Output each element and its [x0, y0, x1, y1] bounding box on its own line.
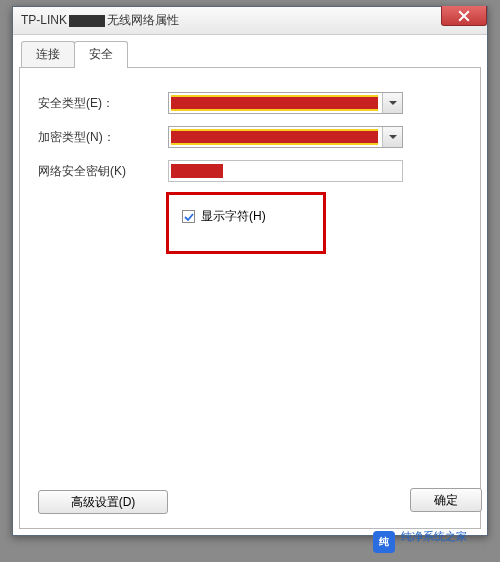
security-type-value-redacted [171, 95, 378, 111]
window-body: 连接 安全 安全类型(E)： 加密类型(N)： [13, 35, 487, 535]
check-icon [184, 212, 194, 222]
row-security-type: 安全类型(E)： [38, 92, 462, 114]
titlebar: TP-LINK无线网络属性 [13, 7, 487, 35]
network-key-input[interactable] [168, 160, 403, 182]
ok-button[interactable]: 确定 [410, 488, 482, 512]
watermark-url: www.kzmyhome.com [401, 543, 486, 554]
label-network-key: 网络安全密钥(K) [38, 163, 168, 180]
advanced-settings-button[interactable]: 高级设置(D) [38, 490, 168, 514]
title-redacted [69, 15, 105, 27]
encryption-type-dropdown[interactable] [168, 126, 403, 148]
tab-security[interactable]: 安全 [74, 41, 128, 68]
close-icon [458, 10, 470, 22]
close-button[interactable] [441, 6, 487, 26]
chevron-down-icon[interactable] [382, 127, 402, 147]
watermark-name: 纯净系统之家 [401, 530, 486, 543]
dialog-footer: 确定 [410, 488, 482, 512]
show-characters-label: 显示字符(H) [201, 208, 266, 225]
tab-content-security: 安全类型(E)： 加密类型(N)： 网络安全 [19, 68, 481, 529]
network-key-value-redacted [171, 164, 223, 178]
row-network-key: 网络安全密钥(K) [38, 160, 462, 182]
window-title: TP-LINK无线网络属性 [21, 12, 179, 29]
show-characters-checkbox[interactable] [182, 210, 195, 223]
watermark-logo-icon: 纯 [373, 531, 395, 553]
label-security-type: 安全类型(E)： [38, 95, 168, 112]
title-suffix: 无线网络属性 [107, 13, 179, 27]
tab-bar: 连接 安全 [19, 41, 481, 68]
watermark: 纯 纯净系统之家 www.kzmyhome.com [373, 530, 486, 554]
security-type-dropdown[interactable] [168, 92, 403, 114]
label-encryption-type: 加密类型(N)： [38, 129, 168, 146]
encryption-type-value-redacted [171, 129, 378, 145]
chevron-down-icon[interactable] [382, 93, 402, 113]
title-prefix: TP-LINK [21, 13, 67, 27]
show-characters-area: 显示字符(H) [168, 198, 462, 253]
row-encryption-type: 加密类型(N)： [38, 126, 462, 148]
tab-connect[interactable]: 连接 [21, 41, 75, 67]
dialog-window: TP-LINK无线网络属性 连接 安全 安全类型(E)： 加密类型(N)： [12, 6, 488, 536]
